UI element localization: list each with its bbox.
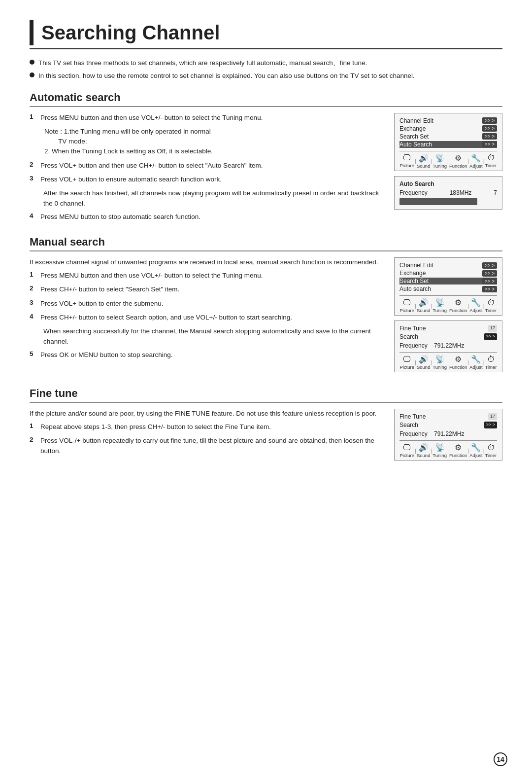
step-num-4: 4 — [30, 212, 38, 219]
manual-step-num-5: 5 — [30, 350, 38, 357]
manual-search-left: If excessive channel signal of unwanted … — [30, 257, 394, 364]
manual-step-3-text: Press VOL+ button to enter the submenu. — [40, 299, 384, 309]
adjust-icon: 🔧 — [471, 153, 481, 163]
menu-arrow-auto-search: >> > — [482, 141, 497, 147]
function-icon-2: ⚙ — [455, 298, 462, 307]
fine-tune-label-1: Fine Tune — [399, 325, 426, 332]
fine-tune-freq-label: Frequency — [399, 342, 428, 349]
freq-value: 183MHz — [450, 189, 472, 196]
fine-tune-row-1: Fine Tune 17 — [399, 325, 497, 332]
manual-step-num-1: 1 — [30, 271, 38, 278]
menu-arrow-search-set: >> > — [482, 133, 497, 140]
manual-search-intro: If excessive channel signal of unwanted … — [30, 257, 384, 268]
menu-row-channel-edit: Channel Edit >> > — [399, 117, 497, 124]
manual-step-4-after: When searching successfully for the chan… — [43, 326, 384, 347]
automatic-search-content: 1 Press MENU button and then use VOL+/- … — [30, 113, 502, 226]
manual-search-content: If excessive channel signal of unwanted … — [30, 257, 502, 377]
adjust-icon-2: 🔧 — [471, 298, 481, 307]
fine-tune-left: If the picture and/or sound are poor, tr… — [30, 409, 394, 460]
manual-label-auto-search: Auto search — [399, 285, 431, 292]
manual-arrow-auto-search: >> > — [482, 286, 497, 292]
nav3-sound: 🔊 Sound — [417, 355, 430, 370]
fine-tune-screenshots: Fine Tune 17 Search >> > Frequency 791.2… — [394, 409, 502, 465]
nav2-sound: 🔊 Sound — [417, 298, 430, 313]
nav4-picture: 🖵 Picture — [400, 443, 415, 458]
nav3-timer: ⏱ Timer — [485, 355, 497, 370]
intro-block: This TV set has three methods to set cha… — [30, 58, 502, 81]
sound-icon: 🔊 — [419, 153, 429, 163]
menu-row-auto-search: Auto Search >> > — [399, 141, 497, 148]
timer-icon: ⏱ — [487, 153, 495, 162]
nav4-adjust: 🔧 Adjust — [469, 443, 482, 458]
fine-tune-value-1: 17 — [488, 325, 497, 332]
manual-arrow-channel-edit: >> > — [482, 262, 497, 269]
ft-arrow-2: >> > — [484, 422, 497, 428]
freq-row: Frequency 183MHz 7 — [399, 189, 497, 196]
tv-nav-bar-4: 🖵 Picture | 🔊 Sound | 📡 Tuning | ⚙ Funct… — [399, 440, 497, 458]
ft-freq: Frequency 791.22MHz — [399, 430, 497, 437]
nav3-function: ⚙ Function — [449, 355, 467, 370]
menu-arrow-exchange: >> > — [482, 125, 497, 132]
adjust-icon-3: 🔧 — [471, 355, 481, 364]
manual-label-exchange: Exchange — [399, 270, 426, 277]
ft-row-2: Search >> > — [399, 422, 497, 428]
nav2-adjust: 🔧 Adjust — [469, 298, 482, 313]
fine-tune-row-2: Search >> > — [399, 333, 497, 340]
auto-step-4-text: Press MENU button to stop automatic sear… — [40, 212, 384, 222]
freq-num: 7 — [494, 189, 497, 196]
fine-tune-freq: Frequency 791.22MHz — [399, 342, 497, 349]
page-title-container: Searching Channel — [30, 20, 502, 49]
fine-tune-step-1-text: Repeat above steps 1-3, then press CH+/-… — [40, 422, 384, 432]
intro-text-1: This TV set has three methods to set cha… — [38, 58, 367, 68]
auto-search-title: Auto Search — [399, 180, 497, 187]
auto-search-freq-screenshot: Auto Search Frequency 183MHz 7 — [394, 176, 502, 210]
manual-menu-search-set: Search Set >> > — [399, 278, 497, 284]
manual-label-search-set: Search Set — [399, 278, 429, 284]
manual-fine-tune-screenshot: Fine Tune 17 Search >> > Frequency 791.2… — [394, 320, 502, 372]
nav-timer: ⏱ Timer — [485, 153, 497, 168]
menu-row-search-set: Search Set >> > — [399, 133, 497, 140]
manual-step-num-2: 2 — [30, 284, 38, 292]
freq-label: Frequency — [399, 189, 428, 196]
manual-step-5-text: Press OK or MENU button to stop searchin… — [40, 350, 384, 360]
note-line-1: Note : 1.the Tuning menu will be only op… — [44, 127, 384, 137]
ft-row-1: Fine Tune 17 — [399, 413, 497, 420]
tuning-icon: 📡 — [435, 153, 445, 163]
picture-icon: 🖵 — [403, 153, 411, 162]
manual-label-channel-edit: Channel Edit — [399, 262, 433, 269]
menu-label-channel-edit: Channel Edit — [399, 117, 433, 124]
nav-function: ⚙ Function — [449, 153, 467, 169]
auto-step-1: 1 Press MENU button and then use VOL+/- … — [30, 113, 384, 123]
title-bar — [30, 20, 33, 45]
manual-step-2: 2 Press CH+/- button to select "Search S… — [30, 284, 384, 294]
auto-note: Note : 1.the Tuning menu will be only op… — [44, 127, 384, 157]
auto-search-progress-bar — [399, 198, 477, 205]
step-num-3: 3 — [30, 175, 38, 182]
tuning-icon-4: 📡 — [435, 443, 445, 452]
timer-icon-3: ⏱ — [487, 355, 495, 364]
nav4-timer: ⏱ Timer — [485, 443, 497, 458]
nav4-tuning: 📡 Tuning — [432, 443, 447, 458]
nav-picture: 🖵 Picture — [400, 153, 415, 168]
auto-step-3-after: After the search has finished, all chann… — [43, 188, 384, 209]
nav4-sound: 🔊 Sound — [417, 443, 430, 458]
nav2-function: ⚙ Function — [449, 298, 467, 313]
manual-menu-exchange: Exchange >> > — [399, 270, 497, 277]
manual-menu-auto-search: Auto search >> > — [399, 285, 497, 292]
fine-tune-arrow-2: >> > — [484, 333, 497, 340]
intro-bullet-2: In this section, how to use the remote c… — [30, 71, 502, 81]
picture-icon-3: 🖵 — [403, 355, 411, 364]
menu-label-search-set: Search Set — [399, 133, 429, 140]
ft-label-2: Search — [399, 422, 418, 428]
manual-arrow-search-set: >> > — [482, 278, 497, 284]
fine-tune-step-2-text: Press VOL-/+ button repeatedly to carry … — [40, 436, 384, 456]
ft-freq-label: Frequency — [399, 430, 428, 437]
auto-menu-screenshot-1: Channel Edit >> > Exchange >> > Search S… — [394, 113, 502, 171]
auto-step-4: 4 Press MENU button to stop automatic se… — [30, 212, 384, 222]
manual-step-4-text: Press CH+/- button to select Search opti… — [40, 313, 384, 322]
manual-step-2-text: Press CH+/- button to select "Search Set… — [40, 284, 384, 294]
timer-icon-4: ⏱ — [487, 443, 495, 452]
nav3-tuning: 📡 Tuning — [432, 355, 447, 370]
picture-icon-4: 🖵 — [403, 443, 411, 452]
sound-icon-4: 🔊 — [419, 443, 429, 452]
